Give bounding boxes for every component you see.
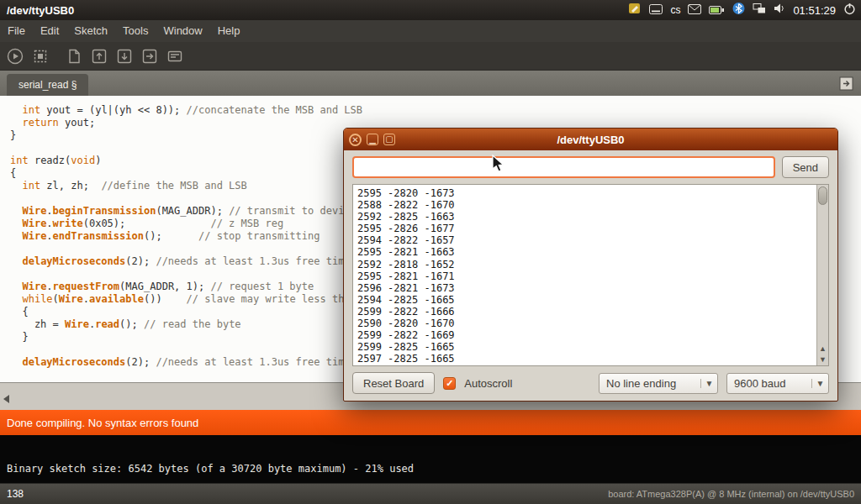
line-ending-value: No line ending [600,377,700,390]
upload-button[interactable] [140,46,160,66]
serial-monitor-body: Send 2595 -2820 -16732588 -2822 -1670259… [344,150,837,401]
autoscroll-checkbox[interactable]: ✓ [443,377,456,390]
keyboard-layout-indicator[interactable]: cs [670,4,680,16]
serial-monitor-icon [166,47,184,66]
serial-monitor-title: /dev/ttyUSB0 [344,134,837,146]
board-info: board: ATmega328P(A) @ 8 MHz (internal) … [608,489,854,499]
stop-square-icon [31,47,50,66]
serial-output[interactable]: 2595 -2820 -16732588 -2822 -16702592 -28… [352,184,829,366]
autoscroll-label: Autoscroll [464,377,512,390]
chevron-down-icon: ▼ [811,379,828,388]
serial-monitor-controls: Reset Board ✓ Autoscroll No line ending … [352,372,829,394]
verify-button[interactable] [5,46,25,66]
power-icon[interactable] [843,3,856,18]
arrow-right-box-icon [140,47,159,66]
build-console: Binary sketch size: 6542 bytes (of a 307… [0,435,861,483]
serial-monitor-window: ✕ ▁ ▢ /dev/ttyUSB0 Send 2595 -2820 -1673… [343,128,838,402]
compile-status-bar: Done compiling. No syntax errors found [0,410,861,435]
keyboard-icon[interactable] [649,3,663,18]
tab-serial-read[interactable]: serial_read § [7,74,88,96]
menu-bar: File Edit Sketch Tools Window Help [0,20,861,42]
serial-input[interactable] [352,156,775,178]
maximize-icon[interactable]: ▢ [383,134,395,145]
serial-scrollbar[interactable]: ▲ ▼ [816,185,828,365]
top-panel: /dev/ttyUSB0 cs 01:51:29 [0,0,861,20]
tab-bar: serial_read § [0,71,861,96]
menu-sketch[interactable]: Sketch [66,20,115,42]
scroll-up-icon[interactable]: ▲ [817,344,828,354]
serial-output-lines: 2595 -2820 -16732588 -2822 -16702592 -28… [353,185,828,366]
panel-window-title: /dev/ttyUSB0 [0,4,74,17]
minimize-icon[interactable]: ▁ [367,134,378,145]
console-output: Binary sketch size: 6542 bytes (of a 307… [7,463,414,475]
serial-monitor-titlebar[interactable]: ✕ ▁ ▢ /dev/ttyUSB0 [344,129,837,150]
system-tray: cs 01:51:29 [628,2,861,18]
network-icon[interactable] [753,3,766,18]
scroll-left-icon[interactable] [3,395,9,403]
reset-board-button[interactable]: Reset Board [352,372,435,394]
tab-menu-button[interactable] [839,76,854,92]
volume-icon[interactable] [774,3,785,18]
menu-tools[interactable]: Tools [115,20,156,42]
close-icon[interactable]: ✕ [349,134,362,146]
scrollbar-thumb[interactable] [818,186,827,205]
new-sketch-icon [65,47,83,66]
tab-label: serial_read § [18,79,77,91]
mail-icon[interactable] [688,3,701,18]
arrow-up-box-icon [90,47,108,66]
compile-status-message: Done compiling. No syntax errors found [7,417,198,429]
line-number: 138 [7,488,24,500]
open-button[interactable] [89,46,109,66]
baud-rate-value: 9600 baud [727,377,811,390]
battery-icon[interactable] [709,3,725,18]
stop-button[interactable] [30,46,50,66]
menu-file[interactable]: File [0,20,33,42]
mouse-cursor [490,155,507,173]
send-button[interactable]: Send [782,156,829,178]
chevron-down-icon: ▼ [700,379,717,388]
arrow-down-box-icon [115,47,134,66]
baud-rate-select[interactable]: 9600 baud ▼ [726,373,829,394]
serial-monitor-button[interactable] [165,46,185,66]
clock[interactable]: 01:51:29 [793,4,836,17]
save-button[interactable] [114,46,135,66]
menu-edit[interactable]: Edit [33,20,66,42]
tab-menu-icon [839,76,854,92]
screen: /dev/ttyUSB0 cs 01:51:29 File Edit Sketc… [0,0,861,504]
play-circle-icon [6,47,24,66]
new-button[interactable] [64,46,84,66]
menu-window[interactable]: Window [156,20,209,42]
toolbar [0,42,861,71]
scroll-down-icon[interactable]: ▼ [817,354,828,365]
note-icon[interactable] [628,2,642,18]
status-footer: 138 board: ATmega328P(A) @ 8 MHz (intern… [0,483,861,504]
line-ending-select[interactable]: No line ending ▼ [599,373,718,394]
menu-help[interactable]: Help [210,20,248,42]
bluetooth-icon[interactable] [732,2,745,18]
